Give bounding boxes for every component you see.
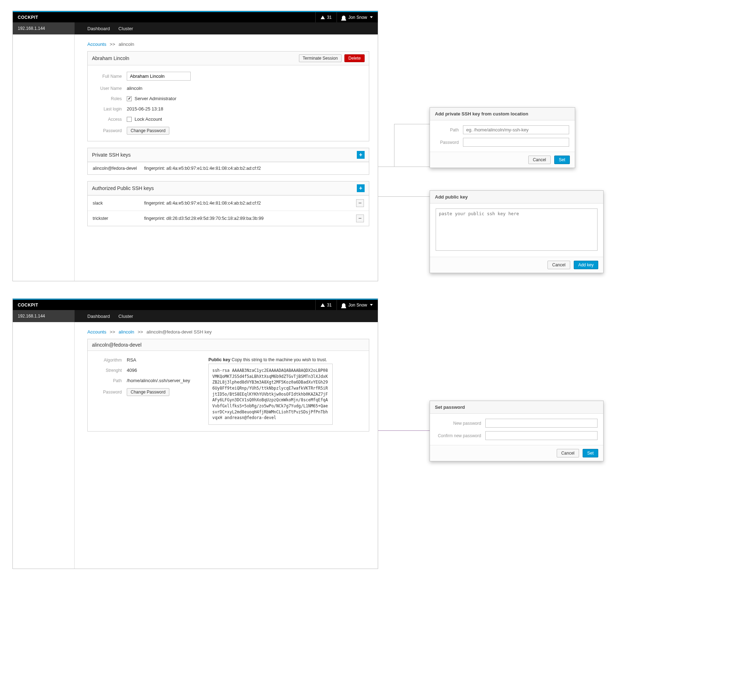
path-label: Path	[95, 378, 122, 383]
host-selector[interactable]: 192.168.1.144	[13, 310, 75, 322]
confirm-password-input[interactable]	[485, 431, 598, 440]
add-key-button[interactable]: Add key	[574, 261, 598, 269]
sshkey-panel: alincoln@fedora-devel Algorithm RSA Stre…	[87, 339, 369, 431]
private-key-fingerprint: fingerprint: a6:4a:e5:b0:97:e1:b1:4e:81:…	[144, 166, 364, 171]
public-key-caption: Public key Copy this string to the machi…	[209, 357, 362, 362]
nav-cluster[interactable]: Cluster	[119, 313, 133, 319]
caret-down-icon	[370, 16, 373, 18]
full-name-input[interactable]	[127, 72, 191, 81]
remove-public-key-button[interactable]: −	[356, 199, 364, 207]
account-panel: Abraham Lincoln Terminate Session Delete…	[87, 51, 369, 141]
connector-line	[394, 124, 394, 166]
public-key-fingerprint: fingerprint: a6:4a:e5:b0:97:e1:b1:4e:81:…	[144, 201, 356, 206]
user-menu[interactable]: Jon Snow	[337, 303, 373, 307]
breadcrumb-user[interactable]: alincoln	[119, 329, 134, 335]
public-key-textarea[interactable]	[436, 209, 598, 251]
add-public-key-button[interactable]: +	[357, 184, 364, 192]
add-private-key-button[interactable]: +	[357, 151, 364, 159]
connector-line	[394, 124, 430, 124]
last-login-value: 2015-06-25 13:18	[127, 106, 163, 112]
user-name: Jon Snow	[348, 303, 367, 307]
user-name-value: alincoln	[127, 85, 142, 91]
dialog-add-public-key: Add public key Cancel Add key	[430, 190, 604, 273]
breadcrumb-accounts[interactable]: Accounts	[87, 41, 106, 47]
breadcrumb: Accounts >> alincoln	[87, 41, 369, 47]
alert-count: 31	[327, 303, 332, 307]
set-button[interactable]: Set	[583, 449, 598, 457]
caret-down-icon	[370, 304, 373, 306]
sidebar	[13, 34, 75, 281]
sshkey-title: alincoln@fedora-devel	[92, 342, 142, 348]
strength-label: Strenght	[95, 368, 122, 373]
cancel-button[interactable]: Cancel	[557, 449, 579, 457]
change-password-button[interactable]: Change Password	[127, 127, 169, 135]
private-key-path-input[interactable]	[463, 125, 569, 134]
lock-account-label: Lock Account	[135, 116, 162, 122]
terminate-session-button[interactable]: Terminate Session	[299, 54, 342, 62]
user-icon	[342, 303, 345, 307]
role-admin-checkbox[interactable]	[127, 96, 132, 101]
alerts-indicator[interactable]: 31	[315, 300, 337, 310]
private-key-row: alincoln@fedora-devel fingerprint: a6:4a…	[88, 162, 369, 174]
last-login-label: Last login	[95, 107, 122, 112]
dialog-title: Add public key	[430, 191, 603, 203]
public-key-text[interactable]: ssh-rsa AAAAB3NzaC1yc2EAAAADAQABAAABAQDX…	[209, 364, 333, 425]
nav-cluster[interactable]: Cluster	[119, 26, 133, 31]
cockpit-window-sshkey: COCKPIT 31 Jon Snow 192.168.1.144 Dashbo…	[12, 299, 378, 569]
new-password-label: New password	[436, 421, 481, 426]
delete-account-button[interactable]: Delete	[344, 54, 364, 62]
private-key-name: alincoln@fedora-devel	[93, 166, 144, 171]
password-label: Password	[95, 128, 122, 133]
dialog-title: Set password	[430, 401, 603, 414]
user-menu[interactable]: Jon Snow	[337, 15, 373, 20]
private-keys-panel: Private SSH keys + alincoln@fedora-devel…	[87, 148, 369, 175]
nav-dashboard[interactable]: Dashboard	[87, 26, 110, 31]
keypw-label: Password	[95, 390, 122, 394]
role-admin-label: Server Administrator	[135, 96, 176, 101]
public-key-fingerprint: fingerprint: d8:26:d3:5d:28:e9:5d:39:70:…	[144, 216, 356, 221]
private-keys-title: Private SSH keys	[92, 152, 131, 158]
roles-label: Roles	[95, 96, 122, 101]
host-selector[interactable]: 192.168.1.144	[13, 22, 75, 34]
dialog-set-password: Set password New password Confirm new pa…	[430, 401, 604, 461]
topbar: COCKPIT 31 Jon Snow	[13, 11, 378, 22]
strength-value: 4096	[127, 368, 137, 373]
alerts-indicator[interactable]: 31	[315, 12, 337, 22]
breadcrumb-accounts[interactable]: Accounts	[87, 329, 106, 335]
breadcrumb: Accounts >> alincoln >> alincoln@fedora-…	[87, 329, 369, 335]
remove-public-key-button[interactable]: −	[356, 215, 364, 222]
new-password-input[interactable]	[485, 419, 598, 428]
breadcrumb-leaf: alincoln@fedora-devel SSH key	[146, 329, 212, 335]
cancel-button[interactable]: Cancel	[528, 156, 551, 164]
warning-icon	[320, 303, 325, 307]
user-name: Jon Snow	[348, 15, 367, 20]
dialog-add-private-key: Add private SSH key from custom location…	[430, 107, 575, 168]
set-button[interactable]: Set	[554, 156, 570, 164]
public-key-row: slack fingerprint: a6:4a:e5:b0:97:e1:b1:…	[88, 195, 369, 210]
path-label: Path	[436, 128, 459, 132]
password-label: Password	[436, 140, 459, 145]
brand: COCKPIT	[18, 303, 38, 307]
cockpit-window-account: COCKPIT 31 Jon Snow 192.168.1.144 Dashbo…	[12, 11, 378, 281]
user-icon	[342, 16, 345, 19]
confirm-password-label: Confirm new password	[436, 433, 481, 438]
nav-row: 192.168.1.144 Dashboard Cluster	[13, 310, 378, 322]
private-key-password-input[interactable]	[463, 138, 569, 147]
nav-row: 192.168.1.144 Dashboard Cluster	[13, 22, 378, 34]
breadcrumb-leaf: alincoln	[119, 41, 134, 47]
access-label: Access	[95, 117, 122, 122]
topbar: COCKPIT 31 Jon Snow	[13, 299, 378, 310]
public-keys-title: Authorized Public SSH keys	[92, 185, 154, 191]
nav-dashboard[interactable]: Dashboard	[87, 313, 110, 319]
full-name-label: Full Name	[95, 74, 122, 79]
public-key-name: slack	[93, 201, 144, 206]
sidebar	[13, 322, 75, 569]
warning-icon	[320, 16, 325, 19]
public-keys-panel: Authorized Public SSH keys + slack finge…	[87, 181, 369, 226]
algorithm-value: RSA	[127, 357, 136, 363]
account-title: Abraham Lincoln	[92, 55, 129, 61]
public-key-row: trickster fingerprint: d8:26:d3:5d:28:e9…	[88, 210, 369, 226]
lock-account-checkbox[interactable]	[127, 117, 132, 122]
change-key-password-button[interactable]: Change Password	[127, 388, 169, 396]
cancel-button[interactable]: Cancel	[548, 261, 570, 269]
